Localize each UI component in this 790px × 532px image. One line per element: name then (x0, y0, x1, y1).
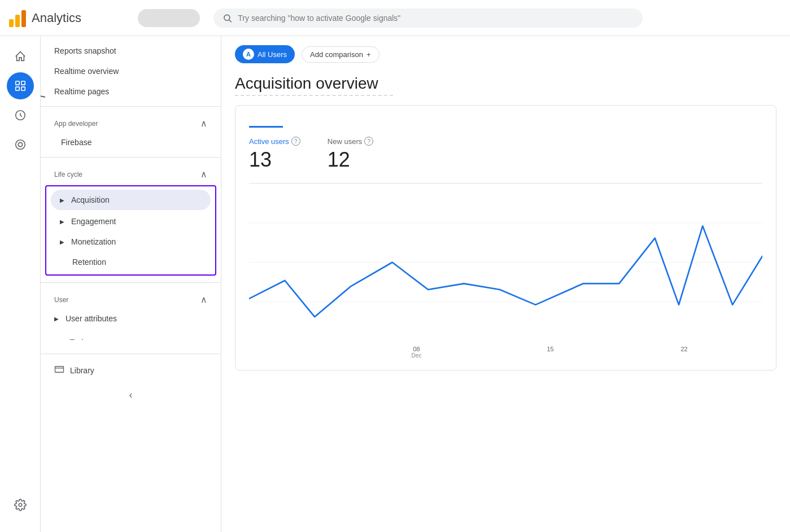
x-label-08: 08 (394, 346, 439, 352)
divider-1 (41, 106, 221, 107)
user-header[interactable]: User ∧ (41, 287, 221, 308)
logo-bar-1 (9, 19, 14, 27)
nav-firebase[interactable]: Firebase (41, 132, 221, 152)
new-users-help[interactable]: ? (364, 137, 373, 146)
reports-icon[interactable] (7, 72, 34, 99)
app-developer-header[interactable]: App developer ∧ (41, 111, 221, 132)
chart-area (249, 183, 762, 341)
all-users-pill[interactable]: A All Users (235, 45, 295, 63)
nav-user-attributes[interactable]: ▶ User attributes (41, 308, 221, 329)
realtime-overview-label: Realtime overview (54, 67, 119, 76)
nav-retention[interactable]: Retention (46, 252, 215, 272)
acquisition-label: Acquisition (71, 195, 110, 204)
lifecycle-chevron: ∧ (200, 169, 207, 180)
app-developer-label: App developer (54, 120, 98, 128)
svg-point-8 (18, 142, 22, 146)
search-input[interactable] (238, 14, 634, 23)
main-layout: Reports snapshot Realtime overview Realt… (0, 36, 790, 532)
new-users-text: New users (328, 137, 362, 146)
nav-monetization[interactable]: ▶ Monetization (46, 232, 215, 252)
monetization-expand-arrow: ▶ (60, 239, 64, 245)
logo-bar-2 (15, 15, 20, 27)
new-users-label: New users ? (328, 137, 373, 146)
comparison-bar: A All Users Add comparison + (235, 36, 776, 70)
nav-realtime-overview[interactable]: Realtime overview (41, 61, 221, 81)
user-label: User (54, 296, 68, 304)
new-users-value: 12 (328, 148, 373, 172)
home-icon[interactable] (7, 43, 34, 70)
add-comparison-button[interactable]: Add comparison + (302, 46, 379, 63)
collapse-icon: ‹ (129, 389, 133, 401)
chart-line (249, 226, 762, 317)
user-attributes-expand-arrow: ▶ (54, 316, 59, 322)
svg-point-9 (19, 503, 22, 507)
engagement-label: Engagement (71, 217, 116, 226)
x-label-22: 22 (662, 346, 706, 352)
app-developer-chevron: ∧ (200, 118, 207, 129)
all-users-avatar: A (243, 49, 254, 60)
search-icon (222, 13, 232, 23)
monetization-label: Monetization (71, 237, 116, 246)
page-title: Acquisition overview (235, 75, 776, 93)
svg-line-1 (229, 20, 232, 22)
icon-rail (0, 36, 41, 532)
chart-card: Active users ? 13 New users ? 12 (235, 105, 776, 370)
x-sublabel-dec: Dec (394, 352, 439, 359)
chart-tab-active[interactable] (249, 117, 283, 128)
lifecycle-box: ▶ Acquisition ▶ Engagement ▶ Monetizatio… (45, 185, 216, 276)
metric-new-users: New users ? 12 (328, 137, 373, 172)
divider-2 (41, 157, 221, 158)
active-users-value: 13 (249, 148, 300, 172)
svg-rect-3 (21, 81, 24, 85)
nav-realtime-pages[interactable]: Realtime pages (41, 81, 221, 102)
top-bar: Analytics (0, 0, 790, 36)
nav-sub-item[interactable]: – · (41, 329, 221, 349)
user-attributes-label: User attributes (66, 314, 117, 323)
chart-svg (249, 184, 762, 341)
svg-point-7 (15, 140, 25, 150)
svg-point-0 (224, 15, 230, 20)
explore-icon[interactable] (7, 102, 34, 129)
avatar-letter: A (246, 51, 251, 58)
lifecycle-header[interactable]: Life cycle ∧ (41, 162, 221, 183)
lifecycle-label: Life cycle (54, 171, 82, 178)
collapse-button[interactable]: ‹ (41, 382, 221, 408)
library-icon (54, 364, 64, 377)
main-content: A All Users Add comparison + Acquisition… (221, 36, 790, 532)
title-underline (235, 95, 393, 96)
realtime-pages-label: Realtime pages (54, 87, 109, 96)
metrics-row: Active users ? 13 New users ? 12 (249, 137, 762, 172)
logo-bar-3 (21, 10, 26, 27)
nav-library[interactable]: Library (41, 359, 221, 382)
svg-rect-2 (15, 81, 19, 85)
active-users-help[interactable]: ? (291, 137, 300, 146)
nav-engagement[interactable]: ▶ Engagement (46, 211, 215, 232)
account-selector[interactable] (138, 9, 200, 27)
active-users-text: Active users (249, 137, 289, 146)
user-chevron: ∧ (200, 294, 207, 305)
library-label: Library (70, 366, 94, 375)
reports-snapshot-label: Reports snapshot (54, 46, 116, 55)
add-icon: + (366, 50, 371, 59)
sub-item-dash: – (70, 334, 75, 343)
all-users-label: All Users (257, 50, 287, 59)
x-label-15: 15 (528, 346, 573, 352)
search-bar[interactable] (213, 8, 643, 28)
sub-item-dot: · (81, 334, 84, 343)
metric-active-users: Active users ? 13 (249, 137, 300, 172)
active-users-label: Active users ? (249, 137, 300, 146)
chart-tabs (249, 117, 762, 128)
nav-reports-snapshot[interactable]: Reports snapshot (41, 41, 221, 61)
divider-4 (41, 354, 221, 354)
nav-acquisition[interactable]: ▶ Acquisition (51, 190, 211, 210)
svg-rect-4 (15, 87, 19, 90)
analytics-logo (9, 9, 26, 27)
engagement-expand-arrow: ▶ (60, 219, 64, 225)
svg-rect-11 (55, 367, 64, 373)
firebase-label: Firebase (61, 138, 91, 147)
logo-area: Analytics (9, 9, 133, 27)
svg-rect-5 (21, 87, 24, 90)
advertising-icon[interactable] (7, 131, 34, 158)
settings-icon[interactable] (7, 491, 34, 518)
app-title: Analytics (32, 11, 81, 25)
